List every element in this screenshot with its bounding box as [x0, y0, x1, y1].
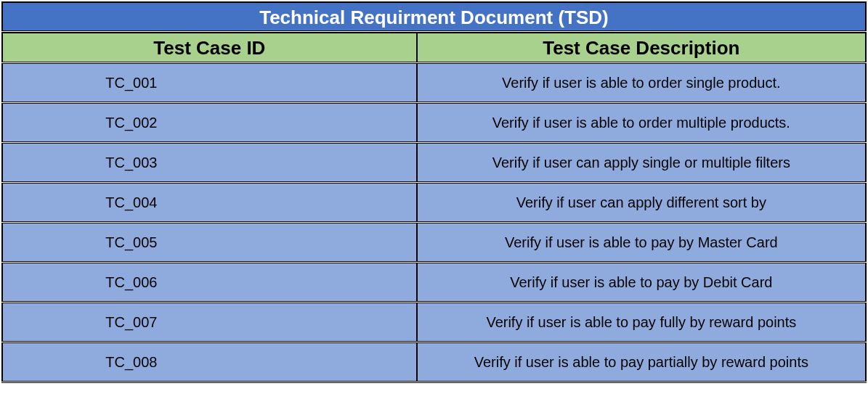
table-row: TC_005 Verify if user is able to pay by … — [1, 221, 867, 261]
header-test-case-id: Test Case ID — [1, 33, 417, 62]
test-case-description: Verify if user is able to pay fully by r… — [417, 303, 867, 341]
test-case-id: TC_008 — [1, 343, 417, 381]
test-case-id: TC_001 — [1, 64, 417, 102]
table-row: TC_002 Verify if user is able to order m… — [1, 102, 867, 141]
test-case-description: Verify if user is able to order single p… — [417, 64, 867, 102]
test-case-id: TC_004 — [1, 184, 417, 221]
table-row: TC_004 Verify if user can apply differen… — [1, 181, 867, 221]
test-case-description: Verify if user can apply single or multi… — [417, 144, 867, 181]
test-case-description: Verify if user is able to order multiple… — [417, 104, 867, 141]
table-title: Technical Requirment Document (TSD) — [1, 1, 867, 30]
test-case-id: TC_002 — [1, 104, 417, 141]
test-case-description: Verify if user is able to pay partially … — [417, 343, 867, 381]
table-row: TC_007 Verify if user is able to pay ful… — [1, 301, 867, 341]
table-row: TC_008 Verify if user is able to pay par… — [1, 341, 867, 383]
table-row: TC_006 Verify if user is able to pay by … — [1, 261, 867, 301]
test-case-id: TC_005 — [1, 223, 417, 261]
table-row: TC_001 Verify if user is able to order s… — [1, 62, 867, 102]
table-header-row: Test Case ID Test Case Description — [1, 30, 867, 62]
test-case-id: TC_006 — [1, 263, 417, 301]
test-case-table: Technical Requirment Document (TSD) Test… — [1, 1, 867, 383]
test-case-id: TC_003 — [1, 144, 417, 181]
header-test-case-description: Test Case Description — [417, 33, 867, 62]
test-case-description: Verify if user can apply different sort … — [417, 184, 867, 221]
test-case-description: Verify if user is able to pay by Debit C… — [417, 263, 867, 301]
test-case-description: Verify if user is able to pay by Master … — [417, 223, 867, 261]
table-row: TC_003 Verify if user can apply single o… — [1, 141, 867, 181]
test-case-id: TC_007 — [1, 303, 417, 341]
